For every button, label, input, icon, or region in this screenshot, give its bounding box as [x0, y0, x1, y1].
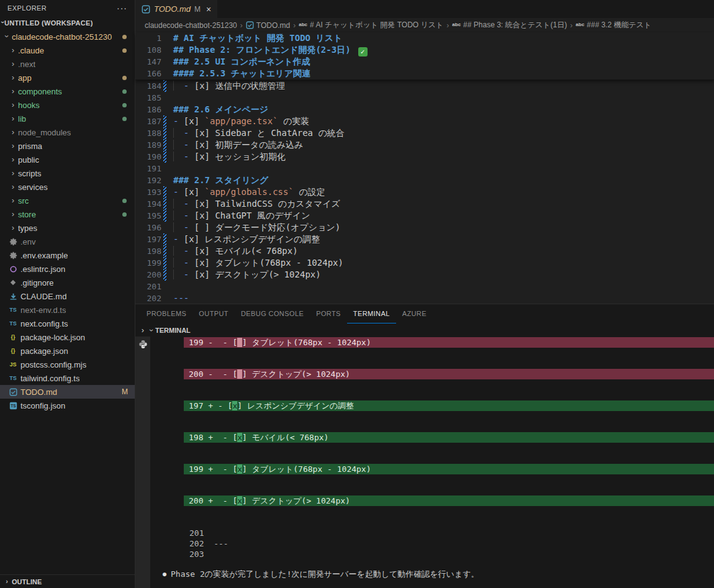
tree-item-package-json[interactable]: {}package.json [0, 344, 135, 358]
symbol-string-icon: abc [576, 22, 584, 27]
braces-icon: {} [8, 346, 18, 356]
workspace-section-header[interactable]: › UNTITLED (WORKSPACE) [0, 16, 135, 30]
line-content: ### 2.6 メインページ [173, 104, 268, 115]
panel-tab-problems[interactable]: PROBLEMS [140, 304, 192, 323]
tree-item-node-modules[interactable]: ›node_modules [0, 125, 135, 139]
tree-item-components[interactable]: ›components [0, 84, 135, 98]
tree-item-hooks[interactable]: ›hooks [0, 98, 135, 112]
gutter-modified-indicator [163, 257, 166, 269]
tree-item--claude[interactable]: ›.claude [0, 43, 135, 57]
assistant-message-line: ●Phase 2の実装が完了しました!次に開発サーバーを起動して動作確認を行いま… [163, 569, 479, 579]
line-number: 193 [135, 186, 161, 198]
tree-item--env-example[interactable]: .env.example [0, 248, 135, 262]
breadcrumb-item[interactable]: abc## Phase 3: 統合とテスト(1日) [452, 20, 567, 30]
diff-row-added: 200 + - [x] デスクトップ(> 1024px) [184, 495, 714, 506]
breadcrumb-separator-icon: › [293, 21, 296, 30]
line-content: - [x] 送信中の状態管理 [173, 80, 285, 92]
explorer-more-actions-icon[interactable]: ··· [117, 3, 127, 13]
symbol-string-icon: abc [299, 22, 307, 27]
tree-item-app[interactable]: ›app [0, 71, 135, 84]
terminal-text-line: 203 [189, 549, 204, 559]
line-number: 1 [135, 32, 161, 44]
tree-item-claude-md[interactable]: CLAUDE.md [0, 289, 135, 303]
chevron-right-icon: › [8, 73, 18, 83]
breadcrumb-label: TODO.md [256, 21, 290, 30]
chevron-down-icon[interactable]: › [147, 329, 156, 332]
tree-item-lib[interactable]: ›lib [0, 112, 135, 125]
breadcrumb-item[interactable]: TODO.md [246, 21, 290, 30]
line-content: - [x] セッション初期化 [173, 151, 286, 163]
line-content: # AI チャットボット 開発 TODO リスト [173, 32, 342, 44]
line-content: - [x] `app/globals.css` の設定 [173, 186, 325, 198]
tree-item-types[interactable]: ›types [0, 221, 135, 235]
tree-item-tailwind-config-ts[interactable]: TStailwind.config.ts [0, 371, 135, 385]
tree-item-postcss-config-mjs[interactable]: JSpostcss.config.mjs [0, 358, 135, 371]
git-status-dot [122, 76, 127, 80]
tab-todo-md[interactable]: TODO.md M × [135, 0, 217, 18]
gutter-modified-indicator [163, 174, 166, 186]
chevron-right-icon: › [8, 114, 18, 124]
terminal-header-label: TERMINAL [155, 327, 191, 334]
tree-item--gitignore[interactable]: .gitignore [0, 276, 135, 289]
workspace-label: UNTITLED (WORKSPACE) [4, 19, 93, 27]
tree-item-claudecode-chatbot-251230[interactable]: ›claudecode-chatbot-251230 [0, 30, 135, 43]
line-number: 184 [135, 80, 161, 92]
tree-item-public[interactable]: ›public [0, 153, 135, 166]
editor-line: 188 - [x] Sidebar と ChatArea の統合 [135, 127, 714, 139]
tree-item-services[interactable]: ›services [0, 180, 135, 194]
tree-item-store[interactable]: ›store [0, 207, 135, 221]
vscode-window: { "explorer": { "header": "EXPLORER", "m… [0, 0, 714, 588]
tree-item-label: next.config.ts [20, 319, 68, 328]
tree-item-todo-md[interactable]: TODO.mdM [0, 385, 135, 399]
tree-item-src[interactable]: ›src [0, 194, 135, 207]
line-number: 198 [135, 245, 161, 257]
tree-item--env[interactable]: .env [0, 235, 135, 248]
tree-item-next-config-ts[interactable]: TSnext.config.ts [0, 317, 135, 330]
panel-tab-azure[interactable]: AZURE [396, 304, 433, 323]
gutter-modified-indicator [163, 115, 166, 127]
gutter-modified-indicator [163, 292, 166, 304]
git-icon [8, 278, 18, 287]
panel-tab-terminal[interactable]: TERMINAL [347, 304, 396, 323]
tree-item-label: components [18, 87, 62, 96]
editor-line: 185 [135, 92, 714, 104]
checkbox-icon [8, 387, 18, 397]
tree-item-label: node_modules [18, 128, 71, 137]
git-status-dot [122, 35, 127, 39]
gutter-modified-indicator [163, 68, 166, 79]
panel-tab-output[interactable]: OUTPUT [192, 304, 235, 323]
breadcrumb-item[interactable]: abc# AI チャットボット 開発 TODO リスト [299, 20, 443, 30]
line-content: - [x] `app/page.tsx` の実装 [173, 115, 309, 127]
ts-icon: TS [8, 373, 18, 383]
tree-item--next[interactable]: ›.next [0, 57, 135, 71]
tree-item-tsconfig-json[interactable]: TStsconfig.json [0, 399, 135, 412]
tree-item-next-env-d-ts[interactable]: TSnext-env.d.ts [0, 303, 135, 317]
chevron-right-icon: › [8, 169, 18, 178]
tree-item-prisma[interactable]: ›prisma [0, 139, 135, 153]
line-number: 187 [135, 115, 161, 127]
tab-title: TODO.md [154, 4, 191, 14]
panel-tab-ports[interactable]: PORTS [310, 304, 347, 323]
gutter-modified-indicator [163, 198, 166, 210]
tree-item--eslintrc-json[interactable]: .eslintrc.json [0, 262, 135, 276]
gutter-modified-indicator [163, 186, 166, 198]
close-icon[interactable]: × [206, 4, 211, 14]
sticky-line: 1# AI チャットボット 開発 TODO リスト [135, 32, 714, 44]
assistant-message-text: Phase 2の実装が完了しました!次に開発サーバーを起動して動作確認を行います… [171, 569, 479, 579]
gear-icon [8, 237, 18, 247]
line-number: 199 [135, 257, 161, 269]
gutter-modified-indicator [163, 281, 166, 292]
gutter-modified-indicator [163, 210, 166, 222]
tree-item-package-lock-json[interactable]: {}package-lock.json [0, 330, 135, 344]
terminal-header: › › TERMINAL [135, 323, 714, 337]
panel-tab-debug-console[interactable]: DEBUG CONSOLE [235, 304, 310, 323]
outline-section-header[interactable]: › OUTLINE [0, 574, 135, 588]
chevron-down-icon: › [2, 32, 12, 42]
breadcrumb-item[interactable]: claudecode-chatbot-251230 [145, 21, 237, 30]
outline-label: OUTLINE [12, 578, 42, 586]
breadcrumb-item[interactable]: abc### 3.2 機能テスト [576, 20, 651, 30]
line-number: 197 [135, 233, 161, 245]
tree-item-scripts[interactable]: ›scripts [0, 166, 135, 180]
line-number: 186 [135, 104, 161, 115]
ts-icon: TS [8, 305, 18, 315]
